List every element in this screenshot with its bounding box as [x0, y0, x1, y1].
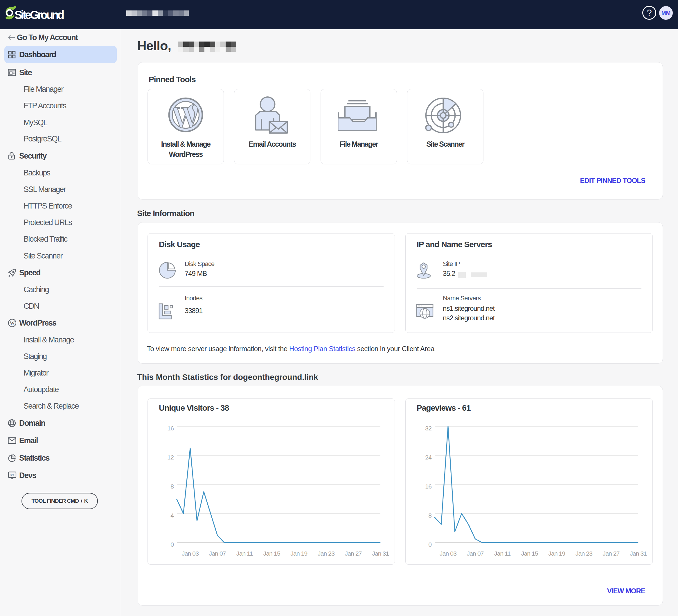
svg-text:Jan 19: Jan 19	[548, 550, 565, 557]
svg-text:0: 0	[171, 541, 174, 548]
svg-text:Jan 31: Jan 31	[630, 550, 647, 557]
svg-text:Jan 07: Jan 07	[209, 550, 226, 557]
svg-text:Jan 27: Jan 27	[603, 550, 619, 557]
svg-text:Jan 15: Jan 15	[521, 550, 538, 557]
svg-text:Jan 03: Jan 03	[440, 550, 456, 557]
svg-text:Jan 19: Jan 19	[290, 550, 307, 557]
svg-text:16: 16	[167, 425, 174, 432]
svg-text:4: 4	[171, 512, 174, 519]
svg-text:Jan 11: Jan 11	[494, 550, 511, 557]
svg-text:16: 16	[425, 483, 431, 490]
svg-text:Jan 15: Jan 15	[263, 550, 280, 557]
svg-text:12: 12	[167, 454, 174, 461]
svg-text:Jan 11: Jan 11	[236, 550, 253, 557]
svg-text:Jan 07: Jan 07	[467, 550, 484, 557]
svg-text:0: 0	[428, 541, 431, 548]
svg-text:24: 24	[425, 454, 432, 461]
svg-text:Jan 23: Jan 23	[318, 550, 335, 557]
svg-text:8: 8	[428, 512, 431, 519]
svg-text:W: W	[10, 320, 15, 326]
svg-text:Jan 03: Jan 03	[182, 550, 199, 557]
svg-text:Jan 27: Jan 27	[345, 550, 362, 557]
svg-text:SiteGround: SiteGround	[14, 8, 65, 21]
svg-text:8: 8	[171, 483, 174, 490]
svg-text:32: 32	[425, 425, 431, 432]
svg-text:Jan 23: Jan 23	[575, 550, 592, 557]
svg-text:</>: </>	[10, 473, 14, 477]
svg-text:Jan 31: Jan 31	[372, 550, 389, 557]
